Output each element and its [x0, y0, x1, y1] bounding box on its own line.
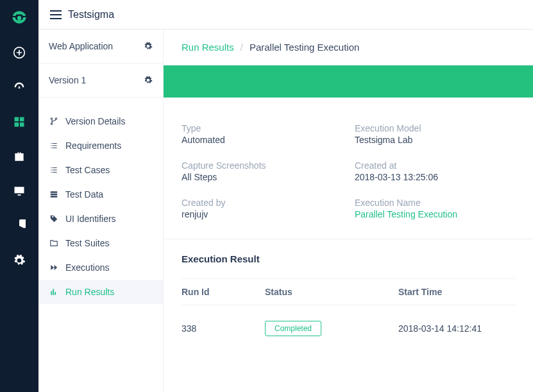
- list-icon: [49, 141, 59, 151]
- right-area: Testsigma Web Application Version 1 Vers…: [38, 0, 533, 392]
- col-status: Status: [265, 279, 398, 305]
- detail-label: Execution Name: [355, 198, 515, 208]
- dashboard-icon[interactable]: [10, 78, 28, 96]
- cell-start-time: 2018-03-14 14:12:41: [398, 305, 515, 352]
- sidebar-item-label: Run Results: [65, 287, 114, 297]
- bar-chart-icon: [49, 287, 59, 297]
- col-start-time: Start Time: [398, 279, 515, 305]
- header-band: [164, 65, 533, 98]
- sidebar-item-version-details[interactable]: Version Details: [38, 109, 163, 133]
- monitor-icon[interactable]: [10, 182, 28, 200]
- detail-value: All Steps: [182, 172, 342, 182]
- branch-icon: [49, 116, 59, 126]
- sidebar-item-label: Executions: [65, 262, 109, 273]
- sidebar-app-row[interactable]: Web Application: [38, 30, 163, 64]
- sidebar: Web Application Version 1 Version Detail…: [38, 30, 164, 392]
- sidebar-item-requirements[interactable]: Requirements: [38, 133, 163, 158]
- detail-type: Type Automated: [182, 123, 342, 145]
- detail-exec-name: Execution Name Parallel Testing Executio…: [355, 198, 515, 219]
- cell-run-id: 338: [182, 305, 265, 352]
- detail-value-link[interactable]: Parallel Testing Execution: [355, 209, 515, 219]
- detail-label: Created by: [182, 198, 342, 208]
- brand-title: Testsigma: [68, 9, 114, 21]
- folder-icon: [49, 238, 59, 248]
- sidebar-item-run-results[interactable]: Run Results: [38, 280, 163, 304]
- breadcrumb-sep: /: [241, 42, 243, 53]
- sidebar-item-ui-identifiers[interactable]: UI Identifiers: [38, 207, 163, 231]
- detail-value: Automated: [182, 135, 342, 145]
- breadcrumb-root[interactable]: Run Results: [182, 42, 234, 53]
- sidebar-version-label: Version 1: [49, 75, 86, 85]
- svg-rect-3: [20, 117, 24, 122]
- logo-icon[interactable]: [10, 9, 28, 27]
- sidebar-item-test-data[interactable]: Test Data: [38, 182, 163, 207]
- table-icon: [49, 189, 59, 200]
- tag-icon: [49, 214, 59, 224]
- side-nav: Version Details Requirements Test Cases …: [38, 98, 163, 304]
- sidebar-item-label: Test Suites: [65, 238, 109, 248]
- sidebar-item-label: Version Details: [65, 116, 125, 126]
- svg-rect-4: [15, 123, 19, 127]
- pie-chart-icon[interactable]: [10, 217, 28, 235]
- settings-icon[interactable]: [10, 251, 28, 269]
- sidebar-item-label: Test Cases: [65, 165, 110, 175]
- detail-value: Testsigma Lab: [355, 135, 515, 145]
- svg-rect-2: [15, 117, 19, 122]
- cell-status: Completed: [265, 305, 398, 352]
- result-section: Execution Result Run Id Status Start Tim…: [164, 239, 533, 352]
- gear-icon[interactable]: [144, 42, 153, 51]
- briefcase-icon[interactable]: [10, 148, 28, 166]
- sidebar-item-label: UI Identifiers: [65, 214, 116, 224]
- detail-capture: Capture Screenshots All Steps: [182, 160, 342, 182]
- status-pill: Completed: [265, 321, 321, 336]
- top-bar: Testsigma: [38, 0, 533, 30]
- list-icon: [49, 165, 59, 175]
- sidebar-item-test-suites[interactable]: Test Suites: [38, 231, 163, 255]
- detail-value: renjujv: [182, 209, 342, 219]
- svg-point-0: [17, 16, 22, 21]
- result-table: Run Id Status Start Time 338 Completed 2…: [182, 278, 515, 352]
- detail-created-by: Created by renjujv: [182, 198, 342, 219]
- sidebar-item-label: Test Data: [65, 189, 103, 200]
- play-forward-icon: [49, 262, 59, 273]
- apps-icon[interactable]: [10, 113, 28, 131]
- sidebar-item-test-cases[interactable]: Test Cases: [38, 158, 163, 182]
- details-panel: Type Automated Execution Model Testsigma…: [164, 98, 533, 239]
- main-content: Run Results / Parallel Testing Execution…: [164, 30, 533, 392]
- detail-value: 2018-03-13 13:25:06: [355, 172, 515, 182]
- detail-exec-model: Execution Model Testsigma Lab: [355, 123, 515, 145]
- breadcrumb: Run Results / Parallel Testing Execution: [164, 30, 533, 65]
- add-icon[interactable]: [10, 44, 28, 62]
- detail-label: Created at: [355, 160, 515, 171]
- result-title: Execution Result: [182, 253, 515, 264]
- col-run-id: Run Id: [182, 279, 265, 305]
- detail-created-at: Created at 2018-03-13 13:25:06: [355, 160, 515, 182]
- detail-label: Type: [182, 123, 342, 133]
- detail-label: Execution Model: [355, 123, 515, 133]
- body-area: Web Application Version 1 Version Detail…: [38, 30, 533, 392]
- table-row[interactable]: 338 Completed 2018-03-14 14:12:41: [182, 305, 515, 352]
- sidebar-app-label: Web Application: [49, 41, 113, 51]
- menu-icon[interactable]: [50, 10, 62, 19]
- gear-icon[interactable]: [144, 76, 153, 85]
- sidebar-version-row[interactable]: Version 1: [38, 64, 163, 98]
- detail-label: Capture Screenshots: [182, 160, 342, 171]
- sidebar-item-label: Requirements: [65, 141, 121, 151]
- nav-strip: [0, 0, 38, 392]
- sidebar-item-executions[interactable]: Executions: [38, 255, 163, 280]
- breadcrumb-current: Parallel Testing Execution: [250, 42, 360, 53]
- svg-rect-5: [20, 123, 24, 127]
